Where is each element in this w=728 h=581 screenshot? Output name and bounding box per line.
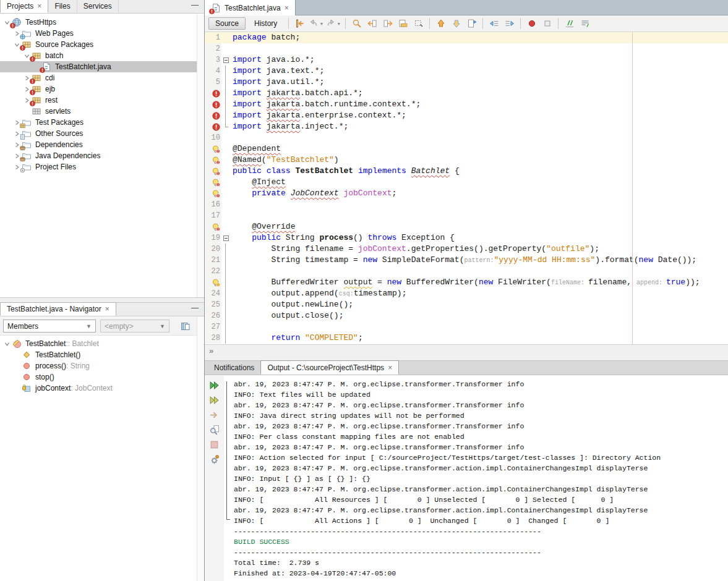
find-next-occurrence-icon bbox=[383, 19, 393, 28]
tab-navigator[interactable]: TestBatchlet.java - Navigator × bbox=[0, 302, 116, 316]
chevron-down-icon[interactable]: ▼ bbox=[336, 22, 341, 26]
fold-mid-marker bbox=[221, 321, 230, 333]
breadcrumb-expand-icon[interactable]: » bbox=[209, 346, 213, 355]
fold-collapse-icon[interactable] bbox=[223, 57, 229, 63]
source-view-button[interactable]: Source bbox=[208, 17, 246, 30]
error-badge-icon bbox=[40, 67, 45, 73]
start-macro-recording-button[interactable] bbox=[525, 17, 539, 30]
tree-item-source-packages[interactable]: Source Packages bbox=[0, 39, 197, 50]
tree-item-rest[interactable]: rest bbox=[0, 95, 197, 106]
projects-tab-services[interactable]: Services bbox=[77, 0, 119, 13]
close-icon[interactable]: × bbox=[285, 5, 289, 11]
package-icon bbox=[32, 84, 41, 94]
find-next-occurrence-button[interactable] bbox=[380, 17, 395, 30]
uncomment-button[interactable] bbox=[578, 17, 592, 30]
tree-item-testbatchlet[interactable]: TestBatchlet :: Batchlet bbox=[0, 338, 197, 349]
tab-testbatchlet-java[interactable]: TestBatchlet.java × bbox=[205, 0, 296, 15]
line-number: 4 bbox=[216, 67, 220, 75]
output-line-8: INFO: Action selected for input [ C:/sou… bbox=[234, 452, 728, 463]
tree-item-project-files[interactable]: Project Files bbox=[0, 161, 197, 172]
output-tab-notifications[interactable]: Notifications bbox=[208, 360, 260, 375]
line-number: 3 bbox=[216, 56, 220, 64]
bulb-error-annotation-icon[interactable] bbox=[212, 190, 220, 198]
tree-item-ejb[interactable]: ejb bbox=[0, 83, 197, 95]
tree-item-process[interactable]: process() : String bbox=[0, 360, 197, 371]
find-button[interactable] bbox=[349, 17, 364, 30]
tree-item-batch[interactable]: batch bbox=[0, 50, 197, 61]
members-view-select[interactable]: Members ▼ bbox=[3, 320, 96, 333]
output-settings-button[interactable] bbox=[207, 452, 221, 467]
close-icon[interactable]: × bbox=[388, 365, 392, 371]
tree-item-dependencies[interactable]: Dependencies bbox=[0, 139, 197, 150]
run-icon bbox=[209, 410, 220, 420]
fold-column bbox=[221, 166, 230, 177]
bulb-error-annotation-icon[interactable] bbox=[212, 223, 220, 231]
expander-open-icon[interactable] bbox=[2, 340, 11, 347]
bulb-error-annotation-icon[interactable] bbox=[212, 168, 220, 176]
run-button[interactable] bbox=[207, 408, 221, 422]
close-icon[interactable]: × bbox=[105, 306, 109, 312]
rerun-button[interactable] bbox=[207, 378, 221, 392]
show-columns-button[interactable] bbox=[178, 319, 194, 333]
projects-tab-projects[interactable]: Projects× bbox=[0, 0, 48, 13]
error-annotation-icon[interactable] bbox=[212, 112, 220, 120]
bulb-error-annotation-icon[interactable] bbox=[212, 179, 220, 187]
forward-button[interactable]: ▼ bbox=[325, 17, 341, 30]
fold-start-marker[interactable] bbox=[221, 54, 230, 66]
toggle-highlight-search-button[interactable] bbox=[396, 17, 410, 30]
chevron-down-icon[interactable]: ▼ bbox=[319, 22, 323, 26]
output-tab-output-c-sourceproject-testhttps[interactable]: Output - C:\sourceProject\TestHttps× bbox=[260, 360, 399, 375]
tree-item-testbatchlet[interactable]: TestBatchlet() bbox=[0, 349, 197, 360]
error-annotation-icon[interactable] bbox=[212, 90, 220, 98]
output-console[interactable]: abr. 19, 2023 8:47:47 P. M. org.eclipse.… bbox=[224, 376, 728, 581]
tree-item-jobcontext[interactable]: jobContext : JobContext bbox=[0, 383, 197, 394]
tree-item-java-dependencies[interactable]: Java Dependencies bbox=[0, 150, 197, 161]
tree-item-test-packages[interactable]: Test Packages bbox=[0, 117, 197, 128]
previous-bookmark-button[interactable] bbox=[434, 17, 448, 30]
search-in-output-button[interactable] bbox=[207, 423, 221, 437]
error-badge-icon bbox=[10, 23, 15, 28]
tree-item-testbatchlet-java[interactable]: TestBatchlet.java bbox=[0, 61, 197, 72]
history-view-button[interactable]: History bbox=[248, 18, 283, 29]
find-previous-occurrence-button[interactable] bbox=[365, 17, 379, 30]
toggle-rectangular-selection-button[interactable] bbox=[411, 17, 426, 30]
stop-build-button[interactable] bbox=[207, 438, 221, 452]
shift-line-right-button[interactable] bbox=[502, 17, 516, 30]
tree-item-servlets[interactable]: servlets bbox=[0, 106, 197, 117]
line-number: 27 bbox=[212, 323, 220, 331]
package-icon bbox=[32, 73, 41, 83]
inherited-filter-select[interactable]: <empty> ▼ bbox=[100, 320, 169, 333]
fold-mid-marker bbox=[221, 255, 230, 266]
minimize-icon[interactable]: — bbox=[191, 1, 199, 9]
projects-tab-files[interactable]: Files bbox=[48, 0, 77, 13]
output-fold-guide[interactable] bbox=[226, 381, 230, 520]
error-annotation-icon[interactable] bbox=[212, 123, 220, 131]
fold-start-marker[interactable] bbox=[221, 232, 230, 244]
back-button[interactable]: ▼ bbox=[308, 17, 324, 30]
jump-to-last-edit-button[interactable] bbox=[293, 17, 307, 30]
bulb-warning-annotation-icon[interactable] bbox=[212, 279, 220, 287]
toggle-bookmark-button[interactable] bbox=[465, 17, 479, 30]
minimize-icon[interactable]: — bbox=[191, 303, 199, 312]
rerun-with-different-parameters-button[interactable] bbox=[207, 393, 221, 407]
bulb-error-annotation-icon[interactable] bbox=[212, 156, 220, 164]
tree-item-web-pages[interactable]: Web Pages bbox=[0, 28, 197, 39]
comment-button[interactable] bbox=[562, 17, 576, 30]
tree-item-cdi[interactable]: cdi bbox=[0, 72, 197, 83]
gutter-cell bbox=[205, 177, 221, 188]
output-line-16: BUILD SUCCESS bbox=[234, 536, 728, 547]
bulb-error-annotation-icon[interactable] bbox=[212, 145, 220, 153]
shift-line-left-button[interactable] bbox=[487, 17, 501, 30]
code-line-23: BufferedWriter output = new BufferedWrit… bbox=[205, 277, 728, 288]
fold-collapse-icon[interactable] bbox=[223, 235, 229, 241]
stop-macro-recording-button[interactable] bbox=[540, 17, 554, 30]
grid-badge-icon bbox=[20, 123, 25, 129]
tree-item-other-sources[interactable]: Other Sources bbox=[0, 128, 197, 139]
error-annotation-icon[interactable] bbox=[212, 101, 220, 109]
next-bookmark-button[interactable] bbox=[449, 17, 463, 30]
close-icon[interactable]: × bbox=[37, 3, 41, 9]
tree-item-stop[interactable]: stop() bbox=[0, 371, 197, 383]
tree-item-label: Dependencies bbox=[35, 140, 83, 149]
code-editor[interactable]: 1package batch;23import java.io.*;4impor… bbox=[205, 32, 728, 344]
tree-item-testhttps[interactable]: TestHttps bbox=[0, 17, 197, 28]
